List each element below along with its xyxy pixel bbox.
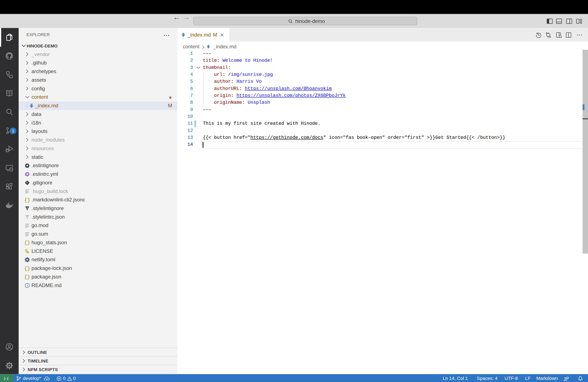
svg-text:{}: {} (24, 266, 30, 272)
svg-text:{}: {} (24, 198, 30, 203)
svg-text:{}: {} (24, 240, 30, 246)
svg-text:{}: {} (24, 275, 30, 280)
